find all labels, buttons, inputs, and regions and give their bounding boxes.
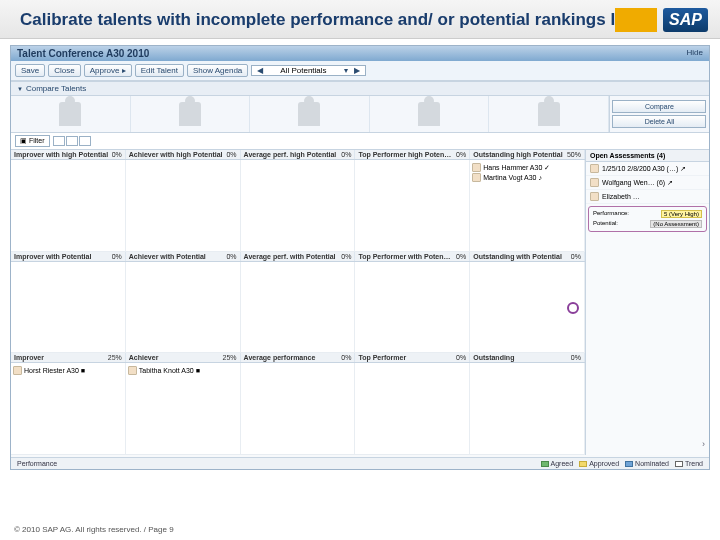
hide-link[interactable]: Hide	[687, 48, 703, 59]
grid-cell[interactable]	[126, 160, 241, 252]
person-icon	[59, 102, 81, 126]
close-button[interactable]: Close	[48, 64, 80, 77]
view-card-icon[interactable]	[79, 136, 91, 146]
grid-main: Improver with high Potential0% Achiever …	[11, 150, 585, 455]
view-toggle	[53, 136, 91, 146]
grid-cell[interactable]	[241, 262, 356, 354]
grid-header: Outstanding high Potential50%	[470, 150, 585, 159]
assessment-item[interactable]: Elizabeth …	[586, 190, 709, 204]
avatar-icon	[590, 178, 599, 187]
swatch-icon	[625, 461, 633, 467]
grid-header: Average perf. with Potential0%	[241, 252, 356, 261]
grid-header: Achiever25%	[126, 353, 241, 362]
compare-slot[interactable]	[489, 96, 609, 132]
collapse-panel-icon[interactable]: ›	[702, 439, 705, 449]
show-agenda-button[interactable]: Show Agenda	[187, 64, 248, 77]
grid-cell[interactable]: Hans Hammer A30✓ Martina Vogt A30♪	[470, 160, 585, 252]
grid-header: Achiever with high Potential0%	[126, 150, 241, 159]
view-grid-icon[interactable]	[53, 136, 65, 146]
grid-header: Outstanding with Potential0%	[470, 252, 585, 261]
grid-header: Top Performer high Poten…0%	[355, 150, 470, 159]
grid-header-row-2: Improver with Potential0% Achiever with …	[11, 252, 585, 262]
legend: Agreed Approved Nominated Trend	[541, 460, 703, 467]
footer-bar: Performance Agreed Approved Nominated Tr…	[11, 457, 709, 469]
axis-label: Performance	[17, 460, 57, 467]
grid-cell[interactable]	[11, 262, 126, 354]
grid-header: Top Performer with Poten…0%	[355, 252, 470, 261]
grid-cell[interactable]: Tabitha Knott A30■	[126, 363, 241, 455]
compare-slot[interactable]	[250, 96, 370, 132]
swatch-icon	[675, 461, 683, 467]
highlight-circle-icon	[567, 302, 579, 314]
filter-button[interactable]: ▣ Filter	[15, 135, 50, 147]
assessments-panel: Open Assessments (4) 1/25/10 2/8/200 A30…	[585, 150, 709, 455]
person-icon	[179, 102, 201, 126]
view-list-icon[interactable]	[66, 136, 78, 146]
nav-prev-icon[interactable]: ◀	[254, 66, 266, 75]
legend-approved: Approved	[579, 460, 619, 467]
sap-logo: SAP	[663, 8, 708, 32]
grid-header: Average perf. high Potential0%	[241, 150, 356, 159]
person-icon	[418, 102, 440, 126]
compare-slot[interactable]	[11, 96, 131, 132]
grid-cell[interactable]	[470, 363, 585, 455]
approve-button[interactable]: Approve ▸	[84, 64, 132, 77]
avatar-icon	[13, 366, 22, 375]
talent-chip[interactable]: Tabitha Knott A30■	[128, 366, 238, 375]
assessment-item[interactable]: Wolfgang Wen… (6) ↗	[586, 176, 709, 190]
grid-header: Outstanding0%	[470, 353, 585, 362]
grid-cell[interactable]: Horst Riester A30■	[11, 363, 126, 455]
compare-slot[interactable]	[131, 96, 251, 132]
filter-bar: ▣ Filter	[11, 133, 709, 150]
grid-header: Average performance0%	[241, 353, 356, 362]
compare-side-panel: Compare Delete All	[609, 96, 709, 132]
slide-title: Calibrate talents with incomplete perfor…	[20, 10, 700, 30]
grid-cell[interactable]	[241, 160, 356, 252]
grid-cell[interactable]	[355, 262, 470, 354]
assessment-item[interactable]: 1/25/10 2/8/200 A30 (…) ↗	[586, 162, 709, 176]
swatch-icon	[541, 461, 549, 467]
app-titlebar: Talent Conference A30 2010 Hide	[11, 46, 709, 61]
edit-talent-button[interactable]: Edit Talent	[135, 64, 184, 77]
assessment-tooltip: Performance:5 (Very High) Potential:(No …	[588, 206, 707, 232]
grid-header: Top Performer0%	[355, 353, 470, 362]
gold-accent	[615, 8, 657, 32]
grid-body-row-3: Horst Riester A30■ Tabitha Knott A30■	[11, 363, 585, 455]
grid-header: Improver with high Potential0%	[11, 150, 126, 159]
compare-slot[interactable]	[370, 96, 490, 132]
nav-next-icon[interactable]: ▶	[351, 66, 363, 75]
nav-box: ◀ All Potentials ▾ ▶	[251, 65, 365, 76]
assessments-header: Open Assessments (4)	[586, 150, 709, 162]
nav-current-label: All Potentials	[266, 66, 340, 75]
legend-nominated: Nominated	[625, 460, 669, 467]
compare-section-label: Compare Talents	[26, 84, 86, 93]
avatar-icon	[472, 163, 481, 172]
avatar-icon	[590, 192, 599, 201]
compare-section-header[interactable]: ▼Compare Talents	[11, 81, 709, 96]
toolbar: Save Close Approve ▸ Edit Talent Show Ag…	[11, 61, 709, 81]
compare-button[interactable]: Compare	[612, 100, 706, 113]
brand-block: SAP	[615, 8, 708, 32]
app-frame: Talent Conference A30 2010 Hide Save Clo…	[10, 45, 710, 470]
person-icon	[538, 102, 560, 126]
avatar-icon	[128, 366, 137, 375]
grid-cell[interactable]	[355, 160, 470, 252]
grid-cell[interactable]	[241, 363, 356, 455]
slide-footer: © 2010 SAP AG. All rights reserved. / Pa…	[14, 525, 174, 534]
talent-chip[interactable]: Horst Riester A30■	[13, 366, 123, 375]
grid-cell[interactable]	[11, 160, 126, 252]
person-icon	[298, 102, 320, 126]
save-button[interactable]: Save	[15, 64, 45, 77]
avatar-icon	[472, 173, 481, 182]
grid-area: Improver with high Potential0% Achiever …	[11, 150, 709, 455]
performance-badge: 5 (Very High)	[661, 210, 702, 218]
nav-dropdown-icon[interactable]: ▾	[341, 66, 351, 75]
compare-row: Compare Delete All	[11, 96, 709, 133]
grid-cell[interactable]	[355, 363, 470, 455]
grid-header: Improver25%	[11, 353, 126, 362]
talent-chip[interactable]: Martina Vogt A30♪	[472, 173, 582, 182]
delete-all-button[interactable]: Delete All	[612, 115, 706, 128]
grid-cell[interactable]	[126, 262, 241, 354]
potential-badge: (No Assessment)	[650, 220, 702, 228]
talent-chip[interactable]: Hans Hammer A30✓	[472, 163, 582, 172]
